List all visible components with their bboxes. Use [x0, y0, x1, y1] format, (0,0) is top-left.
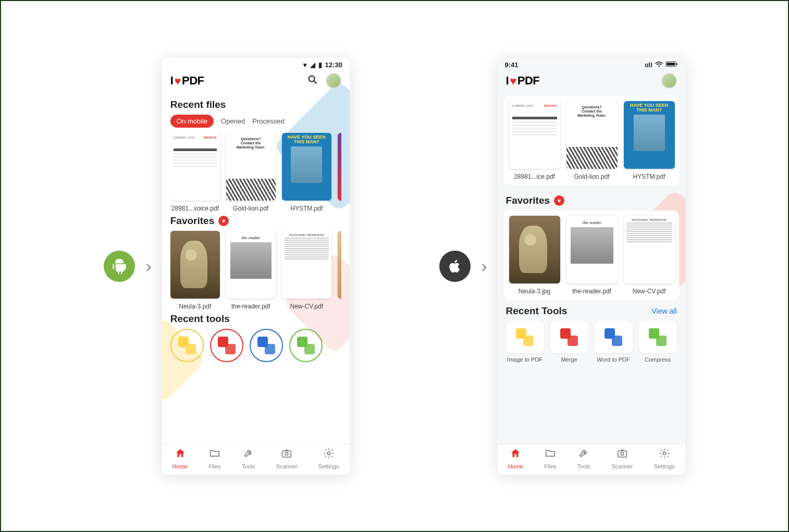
battery-icon: ▮: [318, 61, 322, 69]
chip-on-mobile[interactable]: On mobile: [170, 115, 214, 128]
svg-rect-2: [282, 451, 291, 457]
section-recent-tools: Recent Tools: [506, 305, 568, 317]
folder-icon: [208, 448, 220, 462]
svg-rect-6: [666, 63, 675, 66]
search-icon[interactable]: [307, 74, 318, 88]
section-favorites: Favorites ♥: [506, 195, 677, 206]
home-icon: [172, 448, 188, 462]
filter-chips: On mobile Opened Processed: [170, 115, 341, 128]
file-card[interactable]: COMPANY LOGOINVOICE 28981...voice.pdf: [170, 133, 220, 212]
battery-icon: [665, 61, 678, 69]
tool-tiles: Image to PDF Merge Word to PDF Compress: [506, 321, 677, 363]
chevron-right-icon: ›: [145, 256, 151, 276]
tool-image-to-pdf[interactable]: Image to PDF: [506, 321, 544, 363]
svg-point-9: [621, 452, 624, 455]
status-bar: ▾ ◢ ▮ 12:30: [162, 58, 350, 70]
tool-image-to-pdf[interactable]: [170, 329, 204, 362]
file-card[interactable]: NATHANIEL MORRISON New-CV.pdf: [624, 216, 675, 295]
recent-files-row[interactable]: COMPANY LOGOINVOICE 28981...voice.pdf Qu…: [170, 133, 341, 212]
section-recent-files: Recent files: [170, 99, 341, 110]
file-card[interactable]: HAVE YOU SEEN THIS MAN? HYSTM.pdf: [282, 133, 331, 212]
camera-icon: [276, 448, 298, 462]
nav-scanner[interactable]: Scanner: [611, 448, 633, 469]
clock: 9:41: [505, 61, 519, 69]
camera-icon: [611, 448, 633, 462]
wifi-icon: ▾: [303, 61, 307, 69]
file-card[interactable]: NATHANIEL MORRISON New-CV.pdf: [282, 231, 331, 310]
gear-icon: [654, 448, 675, 462]
tool-word-to-pdf[interactable]: [250, 329, 283, 362]
svg-point-4: [327, 452, 330, 455]
heart-icon: ♥: [174, 75, 181, 88]
tool-circles: [170, 329, 341, 362]
nav-home[interactable]: Home: [508, 448, 523, 469]
svg-rect-8: [618, 451, 627, 457]
android-phone: ▾ ◢ ▮ 12:30 I♥PDF Recent files: [162, 58, 350, 475]
tool-merge[interactable]: [210, 329, 243, 362]
avatar[interactable]: [326, 73, 341, 89]
heart-icon: ♥: [218, 216, 229, 226]
nav-home[interactable]: Home: [172, 448, 188, 469]
tool-compress[interactable]: Compress: [639, 321, 677, 363]
gear-icon: [318, 448, 339, 462]
section-favorites: Favorites ♥: [170, 215, 341, 227]
android-icon: [104, 251, 135, 282]
nav-files[interactable]: Files: [544, 448, 556, 469]
file-card[interactable]: the reader the-reader.pdf: [566, 216, 618, 295]
file-card[interactable]: HAVE YOU SEEN THIS MAN? HYSTM.pdf: [624, 101, 675, 180]
signal-icon: ııll: [645, 61, 652, 69]
wifi-icon: [655, 61, 663, 69]
nav-tools[interactable]: Tools: [577, 448, 591, 469]
file-card[interactable]: Neula-3.pdf: [170, 231, 220, 310]
nav-scanner[interactable]: Scanner: [276, 448, 298, 469]
section-recent-tools: Recent tools: [170, 313, 341, 325]
nav-files[interactable]: Files: [208, 448, 220, 469]
file-card[interactable]: the reader the-reader.pdf: [226, 231, 276, 310]
brand-logo: I♥PDF: [170, 74, 204, 88]
svg-point-3: [285, 452, 288, 455]
file-card[interactable]: Questions?Contact theMarketing Team: Gol…: [226, 133, 276, 212]
ios-phone: 9:41 ııll I♥PDF: [498, 58, 685, 475]
svg-rect-7: [676, 63, 677, 65]
svg-point-10: [663, 452, 666, 455]
chip-processed[interactable]: Processed: [252, 117, 284, 125]
recent-files-row[interactable]: COMPANY LOGOINVOICE 28981...ice.pdf Ques…: [504, 96, 679, 185]
wrench-icon: [577, 448, 591, 462]
svg-line-1: [314, 81, 317, 83]
favorites-row[interactable]: Neula-3.pdf the reader the-reader.pdf NA…: [170, 231, 341, 310]
android-cluster: › ▾ ◢ ▮ 12:30 I♥PDF: [104, 58, 349, 475]
file-card[interactable]: Questions?Contact theMarketing Team: Gol…: [566, 101, 618, 180]
file-card[interactable]: COMPANY LOGOINVOICE 28981...ice.pdf: [509, 101, 560, 180]
wrench-icon: [242, 448, 255, 462]
home-icon: [508, 448, 523, 462]
status-bar: 9:41 ııll: [498, 58, 685, 70]
nav-tools[interactable]: Tools: [242, 448, 255, 469]
folder-icon: [544, 448, 556, 462]
tool-compress[interactable]: [289, 329, 323, 362]
tool-word-to-pdf[interactable]: Word to PDF: [595, 321, 633, 363]
chevron-right-icon: ›: [481, 256, 487, 276]
favorites-row[interactable]: Neula-3.jpg the reader the-reader.pdf NA…: [504, 211, 679, 300]
clock: 12:30: [325, 61, 342, 69]
app-bar: I♥PDF: [162, 70, 350, 94]
signal-icon: ◢: [310, 61, 315, 69]
heart-icon: ♥: [554, 195, 564, 206]
nav-settings[interactable]: Settings: [654, 448, 675, 469]
apple-icon: [439, 251, 471, 282]
chip-opened[interactable]: Opened: [221, 117, 245, 125]
nav-settings[interactable]: Settings: [318, 448, 339, 469]
view-all-link[interactable]: View all: [652, 307, 677, 315]
tool-merge[interactable]: Merge: [550, 321, 588, 363]
svg-point-0: [309, 76, 314, 81]
ios-cluster: › 9:41 ııll I♥PDF: [439, 58, 685, 475]
bottom-nav: Home Files Tools Scanner Settings: [162, 444, 350, 475]
bottom-nav: Home Files Tools Scanner Settings: [498, 444, 685, 475]
file-card[interactable]: Neula-3.jpg: [509, 216, 560, 295]
file-card[interactable]: [338, 231, 341, 310]
file-card[interactable]: i: [338, 133, 341, 212]
